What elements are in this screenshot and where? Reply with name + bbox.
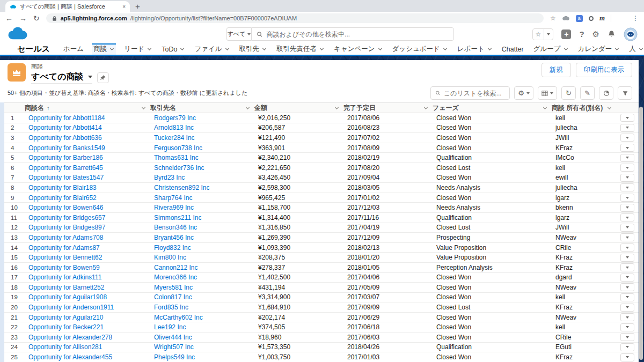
nav-item[interactable]: ファイル <box>193 43 231 55</box>
row-actions-button[interactable] <box>620 353 634 361</box>
account-link[interactable]: Byrd23 Inc <box>154 174 185 181</box>
row-actions-button[interactable] <box>620 343 634 351</box>
row-actions-button[interactable] <box>620 174 634 182</box>
circle-extension-icon[interactable] <box>589 16 594 21</box>
nav-item[interactable]: キャンペーン <box>332 43 384 55</box>
browser-menu-icon[interactable]: ⋮ <box>632 15 639 21</box>
row-actions-button[interactable] <box>620 213 634 221</box>
chevron-down-icon[interactable] <box>109 47 114 51</box>
chevron-down-icon[interactable] <box>319 47 324 51</box>
nav-item[interactable]: リード <box>122 43 153 55</box>
opportunity-link[interactable]: Opportunity for Banks1549 <box>28 144 105 152</box>
column-header[interactable]: 完了予定日 ↑ <box>343 103 433 113</box>
chevron-down-icon[interactable] <box>443 47 448 51</box>
account-link[interactable]: Cannon212 Inc <box>154 264 197 271</box>
chevron-down-icon[interactable] <box>225 47 230 51</box>
global-actions-icon[interactable]: + <box>561 29 571 39</box>
m-extension-icon[interactable]: m <box>599 14 605 23</box>
list-search-box[interactable] <box>430 86 510 100</box>
account-link[interactable]: Tucker284 Inc <box>154 134 195 142</box>
account-link[interactable]: Ford835 Inc <box>154 304 188 311</box>
column-header[interactable]: フェーズ ↑ <box>433 103 552 113</box>
account-link[interactable]: Kim800 Inc <box>154 254 186 261</box>
opportunity-link[interactable]: Opportunity for Anderson1911 <box>28 304 114 311</box>
list-settings-button[interactable]: ⚙ <box>514 86 533 100</box>
user-avatar[interactable] <box>624 27 638 41</box>
row-actions-button[interactable] <box>620 194 634 202</box>
translate-extension-icon[interactable]: a <box>576 15 583 22</box>
printable-view-button[interactable]: 印刷用に表示 <box>576 63 632 77</box>
opportunity-link[interactable]: Opportunity for Barrett645 <box>28 164 103 172</box>
nav-item[interactable]: レポート <box>456 43 494 55</box>
opportunity-link[interactable]: Opportunity for Blair183 <box>28 184 97 191</box>
chevron-down-icon[interactable] <box>487 47 492 51</box>
help-icon[interactable]: ? <box>579 29 584 39</box>
nav-item[interactable]: ホーム <box>62 43 85 55</box>
chevron-down-icon[interactable] <box>180 47 185 51</box>
notifications-bell-icon[interactable] <box>608 30 616 38</box>
opportunity-link[interactable]: Opportunity for Bennett62 <box>28 254 102 261</box>
opportunity-link[interactable]: Opportunity for Abbott414 <box>28 124 102 131</box>
account-link[interactable]: Benson346 Inc <box>154 224 197 231</box>
display-as-button[interactable] <box>538 86 557 100</box>
row-actions-button[interactable] <box>620 124 634 132</box>
chevron-down-icon[interactable] <box>614 47 619 51</box>
opportunity-link[interactable]: Opportunity for Abbott1184 <box>28 114 105 122</box>
row-actions-button[interactable] <box>620 134 634 142</box>
account-link[interactable]: Schneider736 Inc <box>154 164 204 172</box>
row-actions-button[interactable] <box>620 263 634 271</box>
row-actions-button[interactable] <box>620 254 634 262</box>
search-scope-button[interactable]: すべて <box>226 27 251 41</box>
nav-item[interactable]: カレンダー <box>576 43 621 55</box>
account-link[interactable]: Myers581 Inc <box>154 284 193 291</box>
browser-tab[interactable]: すべての商談 | 商談 | Salesforce × <box>5 1 130 12</box>
row-actions-button[interactable] <box>620 164 634 172</box>
column-header[interactable]: 商談 所有者(別名) ↑ <box>552 103 616 113</box>
row-actions-button[interactable] <box>620 233 634 241</box>
account-link[interactable]: Lee192 Inc <box>154 323 186 331</box>
account-link[interactable]: Moreno366 Inc <box>154 274 197 281</box>
new-button[interactable]: 新規 <box>541 63 571 77</box>
tab-close-icon[interactable]: × <box>122 4 126 10</box>
column-header[interactable]: 金額 ↑ <box>254 103 343 113</box>
vertical-scrollbar[interactable] <box>639 107 643 360</box>
row-actions-button[interactable] <box>620 204 634 212</box>
opportunity-link[interactable]: Opportunity for Bowen646 <box>28 204 103 211</box>
nav-item[interactable]: 取引先 <box>238 43 269 55</box>
reload-icon[interactable]: ↻ <box>33 14 40 22</box>
charts-button[interactable] <box>599 86 613 100</box>
nav-item[interactable]: Chatter <box>500 43 525 55</box>
account-link[interactable]: Thomas631 Inc <box>154 154 199 161</box>
inline-edit-button[interactable]: ✎ <box>580 86 595 100</box>
account-link[interactable]: Colon817 Inc <box>154 293 192 301</box>
account-link[interactable]: Christensen892 Inc <box>154 184 209 191</box>
row-actions-button[interactable] <box>620 144 634 152</box>
column-header[interactable]: 商談名 ↑ <box>25 103 150 113</box>
nav-item[interactable]: 商談 <box>92 43 116 55</box>
nav-item[interactable]: グループ <box>532 43 570 55</box>
chevron-down-icon[interactable] <box>262 47 267 51</box>
row-actions-button[interactable] <box>620 183 634 191</box>
setup-gear-icon[interactable]: ⚙ <box>592 30 599 38</box>
chevron-down-icon[interactable] <box>245 106 250 110</box>
account-link[interactable]: Wright507 Inc <box>154 343 194 351</box>
url-bar[interactable]: ap5.lightning.force.com/lightning/o/Oppo… <box>46 13 544 23</box>
row-actions-button[interactable] <box>620 283 634 291</box>
opportunity-link[interactable]: Opportunity for Adkins111 <box>28 274 101 281</box>
account-link[interactable]: Sharp764 Inc <box>154 194 192 202</box>
chevron-down-icon[interactable] <box>423 106 428 110</box>
account-link[interactable]: Bryant456 Inc <box>154 234 194 241</box>
row-actions-button[interactable] <box>620 114 634 122</box>
cloud-extension-icon[interactable] <box>562 16 570 21</box>
chevron-down-icon[interactable] <box>334 106 339 110</box>
global-search-input[interactable] <box>266 31 449 38</box>
opportunity-link[interactable]: Opportunity for Barnett252 <box>28 284 104 291</box>
row-actions-button[interactable] <box>620 224 634 232</box>
favorites-button[interactable]: ☆ <box>532 28 554 40</box>
chevron-down-icon[interactable] <box>564 47 568 51</box>
nav-item[interactable]: ダッシュボード <box>391 43 449 55</box>
opportunity-link[interactable]: Opportunity for Allison281 <box>28 343 102 351</box>
new-tab-button[interactable]: + <box>135 2 140 10</box>
nav-item[interactable]: 取引先責任者 <box>275 43 326 55</box>
opportunity-link[interactable]: Opportunity for Bowen59 <box>28 264 100 271</box>
